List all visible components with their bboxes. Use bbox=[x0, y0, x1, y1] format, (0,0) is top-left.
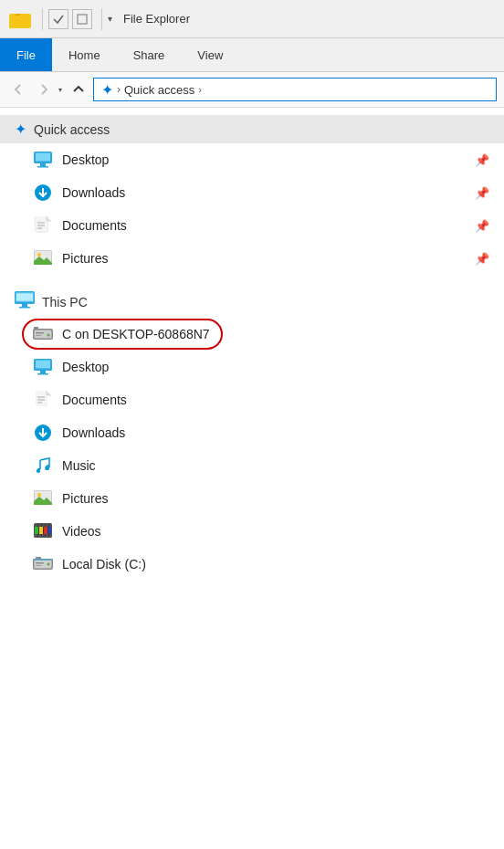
svg-rect-33 bbox=[37, 373, 48, 375]
local-disk-label: Local Disk (C:) bbox=[62, 557, 146, 571]
pictures-icon-2 bbox=[33, 488, 53, 508]
pin-icon-downloads: 📌 bbox=[475, 186, 489, 200]
window-title: File Explorer bbox=[123, 12, 190, 26]
documents-icon bbox=[33, 215, 53, 236]
svg-rect-21 bbox=[19, 307, 30, 309]
list-item[interactable]: Documents bbox=[0, 383, 504, 416]
tab-share[interactable]: Share bbox=[117, 38, 182, 71]
svg-rect-59 bbox=[39, 527, 43, 534]
music-label: Music bbox=[62, 458, 96, 473]
list-item[interactable]: Pictures 📌 bbox=[0, 242, 504, 275]
svg-rect-6 bbox=[40, 163, 46, 166]
quick-access-btn-1[interactable] bbox=[48, 9, 68, 29]
forward-button[interactable] bbox=[33, 79, 55, 100]
list-item[interactable]: Videos bbox=[0, 515, 504, 548]
documents-label: Documents bbox=[62, 218, 127, 233]
svg-rect-1 bbox=[9, 16, 20, 28]
address-box[interactable]: ✦ › Quick access › bbox=[93, 78, 497, 101]
desktop-icon bbox=[33, 150, 53, 170]
svg-rect-65 bbox=[36, 562, 44, 564]
network-drive-label: C on DESKTOP-60868N7 bbox=[62, 327, 210, 341]
downloads-icon bbox=[33, 183, 53, 203]
app-icon bbox=[7, 6, 33, 32]
back-button[interactable] bbox=[7, 79, 29, 100]
svg-rect-5 bbox=[36, 153, 50, 162]
svg-point-42 bbox=[46, 466, 49, 470]
svg-rect-49 bbox=[38, 524, 41, 527]
network-drive-icon bbox=[33, 324, 53, 344]
videos-label: Videos bbox=[62, 524, 101, 539]
documents-icon-2 bbox=[33, 390, 53, 410]
svg-point-45 bbox=[37, 493, 41, 497]
svg-rect-58 bbox=[35, 527, 38, 534]
pictures-label-2: Pictures bbox=[62, 491, 109, 506]
svg-rect-57 bbox=[49, 534, 51, 537]
svg-rect-55 bbox=[42, 534, 45, 537]
downloads-label: Downloads bbox=[62, 185, 125, 200]
svg-rect-50 bbox=[42, 524, 45, 527]
list-item[interactable]: Desktop 📌 bbox=[0, 143, 504, 176]
tab-view[interactable]: View bbox=[181, 38, 239, 71]
svg-rect-53 bbox=[35, 534, 37, 537]
address-bar: ▾ ✦ › Quick access › bbox=[0, 72, 504, 108]
svg-rect-27 bbox=[36, 335, 41, 336]
sidebar: ✦ Quick access Desktop 📌 bbox=[0, 108, 504, 849]
network-drive-item[interactable]: C on DESKTOP-60868N7 bbox=[0, 318, 504, 351]
svg-rect-3 bbox=[78, 15, 87, 24]
pin-icon-desktop: 📌 bbox=[475, 153, 489, 167]
svg-rect-32 bbox=[40, 371, 46, 373]
list-item[interactable]: Downloads 📌 bbox=[0, 176, 504, 209]
svg-rect-52 bbox=[49, 524, 51, 527]
svg-rect-34 bbox=[36, 391, 47, 406]
svg-rect-29 bbox=[34, 327, 38, 330]
this-pc-header[interactable]: This PC bbox=[0, 286, 504, 318]
quick-access-label: Quick access bbox=[34, 122, 110, 137]
svg-rect-10 bbox=[36, 216, 47, 232]
svg-rect-54 bbox=[38, 534, 41, 537]
nav-dropdown-button[interactable]: ▾ bbox=[58, 86, 62, 94]
svg-point-28 bbox=[47, 334, 50, 337]
desktop-label-2: Desktop bbox=[62, 360, 109, 374]
ribbon: File Home Share View bbox=[0, 38, 504, 72]
address-path: Quick access bbox=[124, 83, 194, 97]
this-pc-label: This PC bbox=[42, 295, 88, 309]
svg-point-41 bbox=[37, 469, 40, 473]
list-item[interactable]: Music bbox=[0, 449, 504, 482]
up-button[interactable] bbox=[68, 79, 89, 100]
list-item[interactable]: Downloads bbox=[0, 416, 504, 449]
tab-home[interactable]: Home bbox=[52, 38, 117, 71]
list-item[interactable]: Local Disk (C:) bbox=[0, 548, 504, 581]
downloads-label-2: Downloads bbox=[62, 425, 125, 440]
section-divider-1 bbox=[0, 275, 504, 286]
svg-rect-26 bbox=[36, 332, 44, 334]
svg-point-17 bbox=[37, 253, 41, 257]
desktop-icon-2 bbox=[33, 357, 53, 377]
quick-access-header: ✦ Quick access bbox=[0, 115, 504, 143]
address-chevron-icon: › bbox=[198, 84, 202, 95]
videos-icon bbox=[33, 521, 53, 541]
pin-icon-documents: 📌 bbox=[475, 219, 489, 233]
address-arrow: › bbox=[117, 83, 121, 96]
list-item[interactable]: Documents 📌 bbox=[0, 209, 504, 242]
svg-point-67 bbox=[47, 563, 50, 566]
svg-rect-7 bbox=[37, 166, 48, 168]
main-content: ✦ Quick access Desktop 📌 bbox=[0, 108, 504, 849]
title-divider-2 bbox=[101, 8, 102, 30]
list-item[interactable]: Desktop bbox=[0, 351, 504, 383]
desktop-label: Desktop bbox=[62, 152, 109, 167]
downloads-icon-2 bbox=[33, 423, 53, 443]
list-item[interactable]: Pictures bbox=[0, 482, 504, 515]
tab-file[interactable]: File bbox=[0, 38, 52, 71]
svg-rect-20 bbox=[22, 304, 27, 307]
quick-access-btn-2[interactable] bbox=[72, 9, 92, 29]
svg-marker-11 bbox=[47, 216, 51, 221]
title-bar-dropdown[interactable]: ▾ bbox=[108, 14, 112, 24]
svg-rect-31 bbox=[36, 361, 50, 369]
title-bar: ▾ File Explorer bbox=[0, 0, 504, 38]
svg-rect-48 bbox=[35, 524, 37, 527]
svg-marker-35 bbox=[47, 391, 51, 395]
this-pc-icon bbox=[15, 291, 35, 312]
quick-access-icon: ✦ bbox=[15, 121, 26, 138]
pictures-icon bbox=[33, 248, 53, 268]
title-divider-1 bbox=[42, 8, 43, 30]
